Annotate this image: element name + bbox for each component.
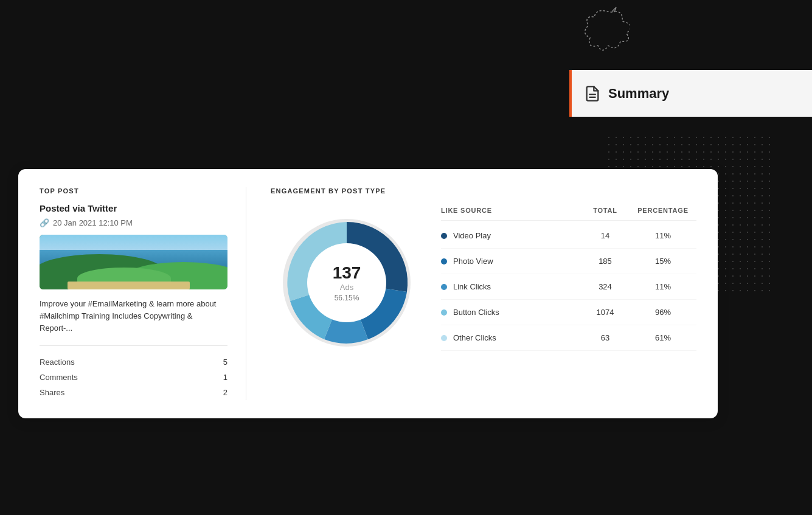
total-photo-view: 185 bbox=[581, 257, 630, 266]
pct-link-clicks: 11% bbox=[630, 282, 696, 291]
table-row-button-clicks: Button Clicks 1074 96% bbox=[441, 300, 696, 325]
engagement-table: LIKE SOURCE TOTAL PERCENTAGE Video Play … bbox=[441, 207, 696, 351]
stats-list: Reactions 5 Comments 1 Shares 2 bbox=[40, 354, 227, 400]
shares-value: 2 bbox=[223, 388, 227, 397]
source-other-clicks: Other Clicks bbox=[441, 333, 581, 342]
pct-photo-view: 15% bbox=[630, 257, 696, 266]
label-photo-view: Photo View bbox=[453, 257, 493, 266]
total-link-clicks: 324 bbox=[581, 282, 630, 291]
total-other-clicks: 63 bbox=[581, 333, 630, 342]
landscape-art bbox=[40, 235, 227, 289]
source-video-play: Video Play bbox=[441, 231, 581, 240]
divider bbox=[40, 345, 227, 346]
post-date-text: 20 Jan 2021 12:10 PM bbox=[53, 218, 133, 227]
source-button-clicks: Button Clicks bbox=[441, 308, 581, 317]
header-total: TOTAL bbox=[581, 207, 630, 214]
donut-center: 137 Ads 56.15% bbox=[333, 263, 361, 303]
dot-link-clicks bbox=[441, 284, 447, 290]
main-card: TOP POST Posted via Twitter 🔗 20 Jan 202… bbox=[18, 169, 718, 418]
stat-row-shares: Shares 2 bbox=[40, 385, 227, 400]
pct-button-clicks: 96% bbox=[630, 308, 696, 317]
dot-photo-view bbox=[441, 258, 447, 264]
source-photo-view: Photo View bbox=[441, 257, 581, 266]
engagement-panel: ENGAGEMENT BY POST TYPE bbox=[265, 187, 696, 400]
label-link-clicks: Link Clicks bbox=[453, 282, 491, 291]
document-icon bbox=[584, 85, 601, 102]
header-pct: PERCENTAGE bbox=[630, 207, 696, 214]
donut-number: 137 bbox=[333, 263, 361, 283]
shares-label: Shares bbox=[40, 388, 64, 397]
top-post-label: TOP POST bbox=[40, 187, 227, 195]
post-source: Posted via Twitter bbox=[40, 203, 227, 213]
post-image bbox=[40, 235, 227, 289]
donut-chart: 137 Ads 56.15% bbox=[271, 207, 423, 359]
dot-button-clicks bbox=[441, 309, 447, 316]
label-button-clicks: Button Clicks bbox=[453, 308, 499, 317]
donut-label: Ads bbox=[333, 283, 361, 292]
post-date: 🔗 20 Jan 2021 12:10 PM bbox=[40, 218, 227, 227]
summary-bar: Summary bbox=[569, 70, 812, 117]
dot-other-clicks bbox=[441, 335, 447, 341]
summary-title: Summary bbox=[608, 86, 669, 102]
comments-label: Comments bbox=[40, 373, 78, 382]
table-row-video-play: Video Play 14 11% bbox=[441, 223, 696, 249]
source-link-clicks: Link Clicks bbox=[441, 282, 581, 291]
header-source: LIKE SOURCE bbox=[441, 207, 581, 214]
pct-other-clicks: 61% bbox=[630, 333, 696, 342]
reactions-value: 5 bbox=[223, 358, 227, 367]
pct-video-play: 11% bbox=[630, 231, 696, 240]
dot-video-play bbox=[441, 233, 447, 239]
table-row-photo-view: Photo View 185 15% bbox=[441, 249, 696, 274]
stat-row-reactions: Reactions 5 bbox=[40, 354, 227, 370]
top-post-panel: TOP POST Posted via Twitter 🔗 20 Jan 202… bbox=[40, 187, 246, 400]
engagement-label: ENGAGEMENT BY POST TYPE bbox=[271, 187, 696, 195]
table-row-other-clicks: Other Clicks 63 61% bbox=[441, 325, 696, 351]
total-video-play: 14 bbox=[581, 231, 630, 240]
engagement-content: 137 Ads 56.15% LIKE SOURCE TOTAL PERCENT… bbox=[271, 207, 696, 359]
table-header: LIKE SOURCE TOTAL PERCENTAGE bbox=[441, 207, 696, 221]
link-icon: 🔗 bbox=[40, 218, 49, 227]
reactions-label: Reactions bbox=[40, 358, 75, 367]
cursor-decoration bbox=[581, 6, 630, 55]
label-video-play: Video Play bbox=[453, 231, 491, 240]
post-text: Improve your #EmailMarketing & learn mor… bbox=[40, 298, 227, 334]
donut-pct: 56.15% bbox=[335, 294, 359, 302]
total-button-clicks: 1074 bbox=[581, 308, 630, 317]
table-row-link-clicks: Link Clicks 324 11% bbox=[441, 274, 696, 300]
comments-value: 1 bbox=[223, 373, 227, 382]
stat-row-comments: Comments 1 bbox=[40, 370, 227, 385]
label-other-clicks: Other Clicks bbox=[453, 333, 496, 342]
